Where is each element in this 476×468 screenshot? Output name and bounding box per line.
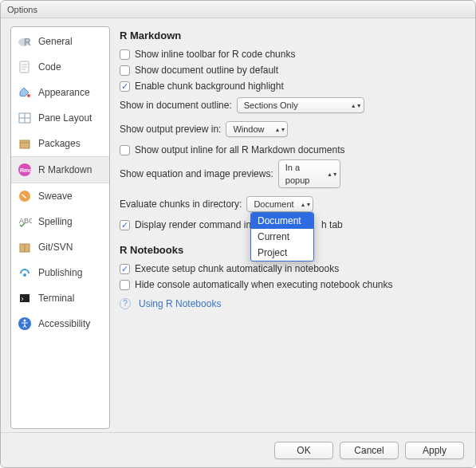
options-panel: R Markdown Show inline toolbar for R cod… [116, 26, 466, 429]
sidebar-item-label: Code [38, 61, 61, 73]
svg-rect-5 [20, 140, 30, 148]
select-value: In a popup [285, 161, 325, 187]
output-preview-row: Show output preview in: Window ▲▼ [120, 121, 462, 137]
eq-img-label: Show equation and image previews: [120, 167, 273, 180]
output-preview-label: Show output preview in: [120, 123, 221, 136]
svg-point-8 [19, 191, 30, 202]
sidebar-item-spelling[interactable]: ABC Spelling [11, 209, 109, 234]
notebooks-help-row: ? Using R Notebooks [120, 297, 462, 310]
sidebar-item-packages[interactable]: Packages [11, 131, 109, 156]
sidebar-item-label: General [38, 36, 73, 47]
dropdown-option-document[interactable]: Document [251, 213, 313, 229]
sidebar-item-terminal[interactable]: Terminal [11, 285, 109, 311]
stepper-icon: ▲▼ [352, 103, 360, 108]
stepper-icon: ▲▼ [328, 171, 336, 177]
output-preview-select[interactable]: Window ▲▼ [226, 121, 288, 137]
sidebar-item-label: Accessibility [38, 318, 90, 329]
sidebar-item-pane-layout[interactable]: Pane Layout [11, 105, 109, 131]
svg-point-11 [23, 273, 26, 277]
option-label: Show inline toolbar for R code chunks [135, 48, 295, 61]
eval-dir-dropdown[interactable]: Document Current Project [250, 212, 314, 262]
checkbox[interactable] [120, 280, 130, 290]
option-label: Execute setup chunk automatically in not… [135, 262, 339, 275]
sidebar-item-sweave[interactable]: Sweave [11, 183, 109, 209]
sidebar-item-label: Packages [38, 138, 81, 149]
sidebar-item-accessibility[interactable]: Accessibility [11, 311, 109, 336]
sweave-icon [18, 189, 32, 203]
stepper-icon: ▲▼ [276, 127, 284, 132]
select-value: Sections Only [244, 99, 298, 112]
grid-layout-icon [18, 111, 32, 125]
show-outline-select[interactable]: Sections Only ▲▼ [237, 97, 364, 113]
dialog-footer: OK Cancel Apply [1, 432, 475, 467]
svg-text:ABC: ABC [19, 217, 32, 225]
sidebar-item-gitsvn[interactable]: Git/SVN [11, 234, 109, 260]
sidebar-item-label: Sweave [38, 191, 73, 202]
window-titlebar: Options [1, 1, 475, 18]
sidebar-item-publishing[interactable]: Publishing [11, 260, 109, 285]
help-icon: ? [120, 298, 131, 309]
accessibility-icon [18, 317, 32, 331]
svg-rect-12 [20, 294, 30, 302]
checkbox-checked[interactable] [120, 264, 130, 274]
sidebar-item-rmarkdown[interactable]: Rmd R Markdown [11, 156, 109, 183]
sidebar-item-label: Publishing [38, 267, 82, 278]
svg-point-3 [27, 94, 30, 97]
stepper-icon: ▲▼ [301, 202, 309, 207]
eq-img-select[interactable]: In a popup ▲▼ [278, 159, 340, 188]
checkbox[interactable] [120, 49, 130, 60]
checkbox-checked[interactable] [120, 81, 130, 92]
dropdown-option-current[interactable]: Current [251, 229, 313, 245]
option-label: Show output inline for all R Markdown do… [135, 144, 344, 156]
option-exec-setup[interactable]: Execute setup chunk automatically in not… [120, 262, 462, 275]
option-label-pre: Display render command in [135, 218, 251, 231]
window-title: Options [7, 5, 37, 14]
sidebar: R General Code Appearance Pane [10, 26, 110, 429]
sidebar-item-code[interactable]: Code [11, 54, 109, 80]
options-window: Options R General Code Appearance [0, 0, 476, 468]
cancel-button[interactable]: Cancel [340, 442, 399, 459]
option-chunk-bg-highlight[interactable]: Enable chunk background highlight [120, 80, 462, 92]
sidebar-item-appearance[interactable]: Appearance [11, 80, 109, 105]
svg-point-14 [24, 320, 26, 322]
content-area: R General Code Appearance Pane [1, 18, 475, 432]
checkbox[interactable] [120, 65, 130, 76]
sidebar-item-label: Spelling [38, 216, 73, 227]
option-document-outline[interactable]: Show document outline by default [120, 64, 462, 77]
sidebar-item-general[interactable]: R General [11, 29, 109, 54]
checkbox-checked[interactable] [120, 220, 130, 230]
sidebar-item-label: Terminal [38, 293, 74, 304]
option-label-post: h tab [321, 218, 343, 231]
option-label: Enable chunk background highlight [135, 80, 284, 92]
option-inline-toolbar[interactable]: Show inline toolbar for R code chunks [120, 48, 462, 61]
apply-button[interactable]: Apply [405, 442, 464, 459]
eval-dir-row: Evaluate chunks in directory: Document ▲… [120, 196, 462, 212]
show-outline-label: Show in document outline: [120, 99, 232, 112]
checkbox[interactable] [120, 145, 130, 155]
publishing-icon [18, 265, 32, 280]
spelling-icon: ABC [18, 214, 32, 229]
terminal-icon [18, 291, 32, 305]
option-label: Hide console automatically when executin… [135, 278, 393, 291]
option-hide-console[interactable]: Hide console automatically when executin… [120, 278, 462, 291]
rmarkdown-icon: Rmd [18, 163, 32, 177]
eval-dir-select[interactable]: Document ▲▼ [246, 196, 313, 212]
show-outline-row: Show in document outline: Sections Only … [120, 97, 462, 113]
option-label: Show document outline by default [135, 64, 278, 77]
sidebar-item-label: Appearance [38, 87, 90, 98]
package-box-icon [18, 136, 32, 151]
r-logo-icon: R [18, 34, 32, 49]
eq-img-previews-row: Show equation and image previews: In a p… [120, 159, 462, 188]
select-value: Window [233, 123, 264, 136]
sidebar-item-label: Pane Layout [38, 112, 92, 124]
paint-bucket-icon [18, 85, 32, 100]
select-value: Document [254, 198, 293, 210]
code-file-icon [18, 60, 32, 74]
using-r-notebooks-link[interactable]: Using R Notebooks [139, 297, 221, 310]
eval-dir-label: Evaluate chunks in directory: [120, 198, 242, 210]
option-output-inline[interactable]: Show output inline for all R Markdown do… [120, 144, 462, 156]
ok-button[interactable]: OK [274, 442, 333, 459]
dropdown-option-project[interactable]: Project [251, 245, 313, 261]
sidebar-item-label: R Markdown [38, 164, 92, 175]
svg-text:R: R [24, 37, 31, 48]
